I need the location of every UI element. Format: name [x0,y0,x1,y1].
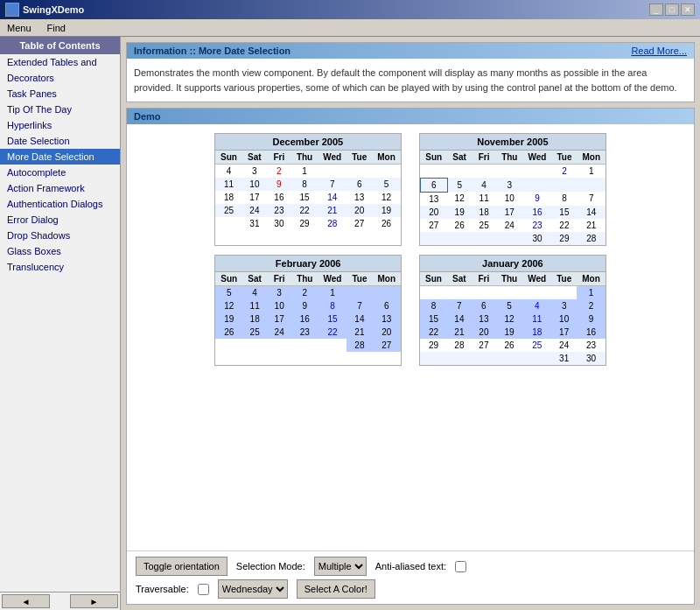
sidebar-item-translucency[interactable]: Translucency [0,259,120,275]
day-cell[interactable]: 18 [472,206,496,219]
day-cell[interactable]: 13 [420,192,447,206]
day-cell[interactable]: 17 [242,191,267,204]
day-cell[interactable]: 12 [496,312,522,326]
day-cell[interactable]: 14 [346,312,372,326]
day-cell[interactable]: 7 [346,299,372,312]
day-cell[interactable]: 26 [447,219,472,232]
day-cell[interactable]: 13 [472,312,496,326]
day-cell[interactable]: 15 [318,312,346,326]
day-cell[interactable]: 3 [267,285,291,299]
day-cell[interactable]: 19 [372,204,401,217]
day-cell[interactable]: 28 [346,339,372,352]
day-cell[interactable]: 29 [551,232,577,245]
day-cell[interactable] [551,178,577,192]
day-cell[interactable]: 3 [496,178,522,192]
day-cell[interactable]: 25 [242,326,267,339]
sidebar-item-hyperlinks[interactable]: Hyperlinks [0,117,120,133]
sidebar-item-autocomplete[interactable]: Autocomplete [0,165,120,180]
find-menu[interactable]: Find [44,22,69,34]
day-cell[interactable]: 10 [551,312,577,326]
day-cell[interactable]: 2 [551,165,577,179]
day-cell[interactable]: 12 [447,192,472,206]
day-cell[interactable]: 5 [496,299,522,312]
day-cell[interactable] [472,352,496,365]
day-cell[interactable]: 26 [496,339,522,352]
day-cell[interactable]: 12 [215,299,242,312]
day-cell[interactable] [242,339,267,352]
day-cell[interactable] [420,352,447,365]
day-cell[interactable]: 15 [420,312,447,326]
anti-aliased-checkbox[interactable] [455,561,466,572]
day-cell[interactable]: 31 [242,217,267,230]
day-cell[interactable]: 10 [267,299,291,312]
maximize-button[interactable]: □ [665,4,679,16]
day-cell[interactable]: 1 [291,165,318,179]
day-cell[interactable]: 21 [577,219,606,232]
day-cell[interactable] [522,178,551,192]
day-cell[interactable]: 22 [551,219,577,232]
day-cell[interactable]: 25 [215,204,242,217]
day-cell[interactable]: 19 [496,326,522,339]
day-cell[interactable]: 18 [215,191,242,204]
menu-menu[interactable]: Menu [4,22,35,34]
day-cell[interactable]: 9 [291,299,318,312]
day-cell[interactable]: 3 [551,299,577,312]
day-cell[interactable]: 24 [551,339,577,352]
selection-mode-select[interactable]: Multiple Single None [314,557,367,576]
day-cell[interactable] [372,285,401,299]
day-cell[interactable]: 21 [447,326,472,339]
day-cell[interactable]: 17 [496,206,522,219]
day-cell[interactable]: 26 [372,217,401,230]
day-cell[interactable]: 30 [267,217,291,230]
day-cell[interactable]: 28 [577,232,606,245]
day-cell[interactable] [420,285,447,299]
day-cell[interactable]: 13 [346,191,372,204]
day-cell[interactable]: 24 [242,204,267,217]
day-cell[interactable]: 8 [291,178,318,191]
day-cell[interactable]: 2 [291,285,318,299]
day-cell[interactable] [291,339,318,352]
read-more-link[interactable]: Read More... [631,46,687,56]
day-cell[interactable] [577,178,606,192]
day-cell[interactable]: 4 [242,285,267,299]
day-cell[interactable]: 4 [522,299,551,312]
sidebar-item-decorators[interactable]: Decorators [0,70,120,86]
day-cell[interactable] [496,352,522,365]
day-cell[interactable]: 19 [447,206,472,219]
day-cell[interactable] [447,232,472,245]
day-cell[interactable]: 14 [447,312,472,326]
sidebar-item-more-date-selection[interactable]: More Date Selection [0,149,120,165]
day-cell[interactable] [267,339,291,352]
close-button[interactable]: ✕ [681,4,695,16]
day-cell[interactable]: 5 [215,285,242,299]
day-cell[interactable] [496,165,522,179]
day-cell[interactable] [496,285,522,299]
day-cell[interactable]: 23 [267,204,291,217]
day-cell[interactable]: 29 [291,217,318,230]
day-cell[interactable]: 1 [318,285,346,299]
day-cell[interactable]: 23 [577,339,606,352]
day-select[interactable]: Sunday Monday Tuesday Wednesday Thursday… [218,579,288,599]
day-cell[interactable] [522,352,551,365]
day-cell[interactable]: 11 [472,192,496,206]
day-cell[interactable]: 14 [577,206,606,219]
day-cell[interactable]: 27 [420,219,447,232]
day-cell[interactable] [472,165,496,179]
day-cell[interactable]: 9 [267,178,291,191]
day-cell[interactable]: 8 [420,299,447,312]
day-cell[interactable] [472,232,496,245]
day-cell[interactable]: 20 [372,326,401,339]
day-cell[interactable]: 24 [267,326,291,339]
day-cell[interactable]: 23 [522,219,551,232]
day-cell[interactable]: 22 [420,326,447,339]
traversable-checkbox[interactable] [198,584,209,595]
day-cell[interactable]: 8 [551,192,577,206]
day-cell[interactable]: 16 [577,326,606,339]
minimize-button[interactable]: _ [649,4,663,16]
day-cell[interactable]: 7 [447,299,472,312]
day-cell[interactable]: 6 [372,299,401,312]
day-cell[interactable] [551,285,577,299]
day-cell[interactable]: 25 [472,219,496,232]
day-cell[interactable]: 22 [318,326,346,339]
day-cell[interactable]: 15 [291,191,318,204]
